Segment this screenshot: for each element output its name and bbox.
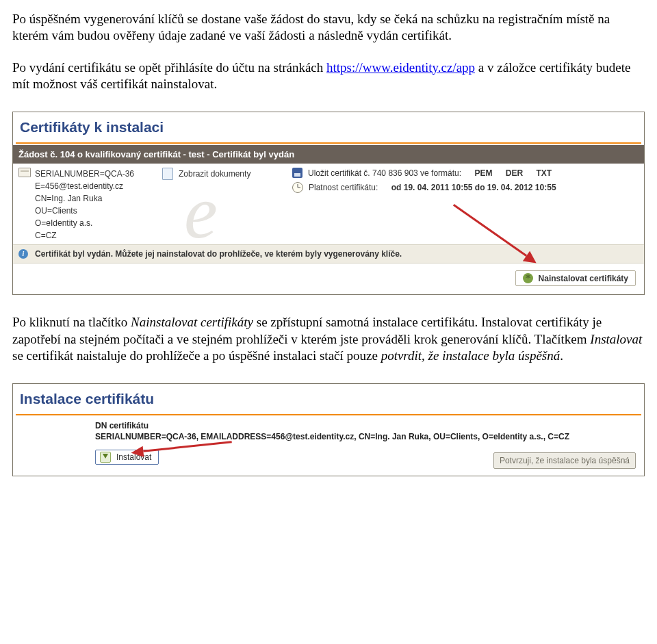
gear-icon xyxy=(523,273,533,283)
save-validity-column: Uložit certifikát č. 740 836 903 ve form… xyxy=(292,168,639,242)
issued-info-bar: i Certifikát byl vydán. Můžete jej nains… xyxy=(13,244,644,263)
issued-message: Certifikát byl vydán. Můžete jej nainsta… xyxy=(35,249,402,259)
documents-column: Zobrazit dokumenty xyxy=(162,168,279,242)
document-icon xyxy=(162,168,173,180)
red-arrow-annotation-2 xyxy=(143,441,232,452)
install-certificates-label: Nainstalovat certifikáty xyxy=(539,274,628,283)
install-button-row: Nainstalovat certifikáty xyxy=(13,263,644,294)
eidentity-link[interactable]: https://www.eidentity.cz/app xyxy=(326,60,475,75)
p3-suffix: . xyxy=(560,348,563,363)
serial-line-5: O=eIdentity a.s. xyxy=(35,217,134,229)
p3-em3: potvrdit, že instalace byla úspěšná xyxy=(381,348,561,363)
para2-prefix: Po vydání certifikátu se opět přihlásíte… xyxy=(12,60,326,75)
dn-value: SERIALNUMBER=QCA-36, EMAILADDRESS=456@te… xyxy=(95,432,637,441)
orange-divider xyxy=(16,142,641,144)
confirm-success-button[interactable]: Potvrzuji, že instalace byla úspěšná xyxy=(493,452,636,469)
validity-value: od 19. 04. 2011 10:55 do 19. 04. 2012 10… xyxy=(391,183,556,192)
info-icon: i xyxy=(18,249,28,259)
show-documents-label: Zobrazit dokumenty xyxy=(179,169,250,179)
save-icon xyxy=(292,168,302,178)
panel2-heading: Instalace certifikátu xyxy=(13,384,644,414)
clock-icon xyxy=(292,182,303,193)
validity-row: Platnost certifikátu: od 19. 04. 2011 10… xyxy=(292,182,639,193)
request-status-bar: Žádost č. 104 o kvalifikovaný certifikát… xyxy=(13,145,644,164)
validity-label: Platnost certifikátu: xyxy=(309,183,378,192)
install-certificates-button[interactable]: Nainstalovat certifikáty xyxy=(515,270,636,286)
serial-line-2: E=456@test.eidentity.cz xyxy=(35,180,134,192)
orange-divider-2 xyxy=(16,414,641,415)
download-icon xyxy=(100,452,111,463)
format-pem[interactable]: PEM xyxy=(474,168,492,178)
instruction-paragraph: Po kliknutí na tlačítko Nainstalovat cer… xyxy=(12,314,645,364)
serial-line-3: CN=Ing. Jan Ruka xyxy=(35,192,134,205)
request-body: e SERIALNUMBER=QCA-36 E=456@test.eidenti… xyxy=(13,164,644,244)
dn-block: DN certifikátu SERIALNUMBER=QCA-36, EMAI… xyxy=(13,421,644,441)
p3-mid2: se certifikát naistaluje do prohlížeče a… xyxy=(12,348,381,363)
certificates-to-install-panel: Certifikáty k instalaci Žádost č. 104 o … xyxy=(12,112,645,295)
show-documents-link[interactable]: Zobrazit dokumenty xyxy=(162,168,279,180)
serial-line-4: OU=Clients xyxy=(35,205,134,217)
intro-paragraph-1: Po úspěšném vygenerování klíčů se dostan… xyxy=(12,11,645,44)
save-label: Uložit certifikát č. 740 836 903 ve form… xyxy=(308,168,461,178)
p3-em2: Instalovat xyxy=(590,332,642,346)
dn-label: DN certifikátu xyxy=(95,421,637,430)
serial-line-6: C=CZ xyxy=(35,229,134,242)
intro-paragraph-2: Po vydání certifikátu se opět přihlásíte… xyxy=(12,60,645,93)
panel1-heading: Certifikáty k instalaci xyxy=(13,112,644,142)
p3-prefix: Po kliknutí na tlačítko xyxy=(12,315,131,329)
install-certificate-panel: Instalace certifikátu DN certifikátu SER… xyxy=(12,383,645,476)
save-cert-row: Uložit certifikát č. 740 836 903 ve form… xyxy=(292,168,639,178)
id-card-icon xyxy=(18,168,31,177)
format-txt[interactable]: TXT xyxy=(537,168,552,178)
serial-block: SERIALNUMBER=QCA-36 E=456@test.eidentity… xyxy=(18,168,149,242)
install-button[interactable]: Instalovat xyxy=(95,450,159,465)
serial-line-1: SERIALNUMBER=QCA-36 xyxy=(35,168,134,180)
format-der[interactable]: DER xyxy=(506,168,523,178)
p3-em1: Nainstalovat certifikáty xyxy=(131,315,253,329)
